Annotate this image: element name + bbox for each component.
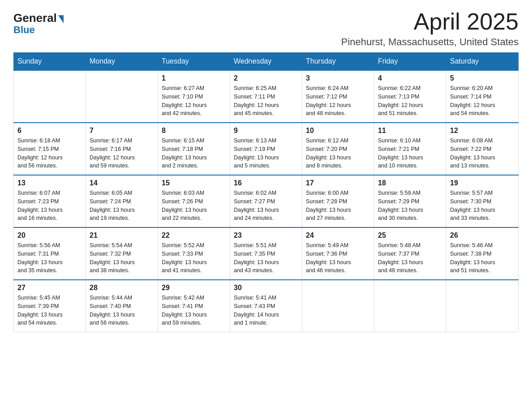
calendar-cell: 15Sunrise: 6:03 AMSunset: 7:26 PMDayligh… bbox=[158, 175, 230, 227]
day-number: 29 bbox=[162, 284, 226, 292]
day-number: 18 bbox=[378, 179, 442, 187]
day-info: Sunrise: 5:52 AMSunset: 7:33 PMDaylight:… bbox=[162, 241, 226, 275]
day-info: Sunrise: 6:15 AMSunset: 7:18 PMDaylight:… bbox=[162, 137, 226, 170]
day-info: Sunrise: 6:05 AMSunset: 7:24 PMDaylight:… bbox=[90, 189, 154, 223]
day-info: Sunrise: 5:45 AMSunset: 7:39 PMDaylight:… bbox=[17, 294, 82, 327]
day-info: Sunrise: 6:18 AMSunset: 7:15 PMDaylight:… bbox=[17, 137, 82, 170]
col-tuesday: Tuesday bbox=[158, 53, 230, 71]
day-info: Sunrise: 5:51 AMSunset: 7:35 PMDaylight:… bbox=[234, 241, 298, 275]
page-header: General Blue April 2025 Pinehurst, Massa… bbox=[13, 9, 519, 48]
calendar-cell: 14Sunrise: 6:05 AMSunset: 7:24 PMDayligh… bbox=[86, 175, 158, 227]
col-sunday: Sunday bbox=[14, 53, 86, 71]
day-info: Sunrise: 5:54 AMSunset: 7:32 PMDaylight:… bbox=[90, 241, 154, 275]
page-subtitle: Pinehurst, Massachusetts, United States bbox=[341, 36, 519, 48]
calendar-week-2: 6Sunrise: 6:18 AMSunset: 7:15 PMDaylight… bbox=[14, 123, 519, 175]
col-friday: Friday bbox=[374, 53, 446, 71]
calendar-cell: 27Sunrise: 5:45 AMSunset: 7:39 PMDayligh… bbox=[14, 280, 86, 332]
calendar-cell: 18Sunrise: 5:59 AMSunset: 7:29 PMDayligh… bbox=[374, 175, 446, 227]
calendar-cell: 1Sunrise: 6:27 AMSunset: 7:10 PMDaylight… bbox=[158, 70, 230, 123]
day-number: 30 bbox=[234, 284, 298, 292]
day-info: Sunrise: 6:17 AMSunset: 7:16 PMDaylight:… bbox=[90, 137, 154, 170]
day-info: Sunrise: 6:25 AMSunset: 7:11 PMDaylight:… bbox=[234, 84, 298, 118]
day-number: 2 bbox=[234, 74, 298, 82]
days-of-week-row: Sunday Monday Tuesday Wednesday Thursday… bbox=[14, 53, 519, 71]
calendar-cell: 3Sunrise: 6:24 AMSunset: 7:12 PMDaylight… bbox=[302, 70, 374, 123]
calendar-cell: 19Sunrise: 5:57 AMSunset: 7:30 PMDayligh… bbox=[446, 175, 519, 227]
calendar-cell: 16Sunrise: 6:02 AMSunset: 7:27 PMDayligh… bbox=[230, 175, 302, 227]
calendar-cell bbox=[14, 70, 86, 123]
calendar-cell: 2Sunrise: 6:25 AMSunset: 7:11 PMDaylight… bbox=[230, 70, 302, 123]
calendar-cell: 21Sunrise: 5:54 AMSunset: 7:32 PMDayligh… bbox=[86, 227, 158, 280]
calendar-cell: 17Sunrise: 6:00 AMSunset: 7:28 PMDayligh… bbox=[302, 175, 374, 227]
col-wednesday: Wednesday bbox=[230, 53, 302, 71]
day-number: 17 bbox=[306, 179, 370, 187]
logo-blue-label: Blue bbox=[13, 24, 35, 36]
calendar-week-3: 13Sunrise: 6:07 AMSunset: 7:23 PMDayligh… bbox=[14, 175, 519, 227]
calendar-cell: 23Sunrise: 5:51 AMSunset: 7:35 PMDayligh… bbox=[230, 227, 302, 280]
col-thursday: Thursday bbox=[302, 53, 374, 71]
day-number: 1 bbox=[162, 74, 226, 82]
day-info: Sunrise: 6:12 AMSunset: 7:20 PMDaylight:… bbox=[306, 137, 370, 170]
day-number: 10 bbox=[306, 127, 370, 135]
day-info: Sunrise: 6:10 AMSunset: 7:21 PMDaylight:… bbox=[378, 137, 442, 170]
day-info: Sunrise: 5:49 AMSunset: 7:36 PMDaylight:… bbox=[306, 241, 370, 275]
calendar-cell: 22Sunrise: 5:52 AMSunset: 7:33 PMDayligh… bbox=[158, 227, 230, 280]
day-number: 6 bbox=[17, 127, 82, 135]
calendar-cell: 12Sunrise: 6:08 AMSunset: 7:22 PMDayligh… bbox=[446, 123, 519, 175]
calendar-body: 1Sunrise: 6:27 AMSunset: 7:10 PMDaylight… bbox=[14, 70, 519, 332]
calendar-cell bbox=[86, 70, 158, 123]
day-number: 7 bbox=[90, 127, 154, 135]
calendar-cell: 30Sunrise: 5:41 AMSunset: 7:43 PMDayligh… bbox=[230, 280, 302, 332]
calendar-cell: 24Sunrise: 5:49 AMSunset: 7:36 PMDayligh… bbox=[302, 227, 374, 280]
calendar-cell: 29Sunrise: 5:42 AMSunset: 7:41 PMDayligh… bbox=[158, 280, 230, 332]
calendar-cell: 7Sunrise: 6:17 AMSunset: 7:16 PMDaylight… bbox=[86, 123, 158, 175]
day-number: 9 bbox=[234, 127, 298, 135]
day-number: 19 bbox=[450, 179, 515, 187]
calendar-week-4: 20Sunrise: 5:56 AMSunset: 7:31 PMDayligh… bbox=[14, 227, 519, 280]
day-number: 16 bbox=[234, 179, 298, 187]
day-info: Sunrise: 6:20 AMSunset: 7:14 PMDaylight:… bbox=[450, 84, 515, 118]
calendar-cell: 11Sunrise: 6:10 AMSunset: 7:21 PMDayligh… bbox=[374, 123, 446, 175]
day-number: 20 bbox=[17, 231, 82, 240]
day-number: 5 bbox=[450, 74, 515, 82]
calendar-cell bbox=[374, 280, 446, 332]
day-info: Sunrise: 6:08 AMSunset: 7:22 PMDaylight:… bbox=[450, 137, 515, 170]
day-number: 23 bbox=[234, 231, 298, 240]
day-number: 11 bbox=[378, 127, 442, 135]
col-monday: Monday bbox=[86, 53, 158, 71]
calendar-cell: 6Sunrise: 6:18 AMSunset: 7:15 PMDaylight… bbox=[14, 123, 86, 175]
calendar-cell: 5Sunrise: 6:20 AMSunset: 7:14 PMDaylight… bbox=[446, 70, 519, 123]
day-number: 14 bbox=[90, 179, 154, 187]
day-info: Sunrise: 5:41 AMSunset: 7:43 PMDaylight:… bbox=[234, 294, 298, 327]
day-info: Sunrise: 6:00 AMSunset: 7:28 PMDaylight:… bbox=[306, 189, 370, 223]
calendar-header: Sunday Monday Tuesday Wednesday Thursday… bbox=[14, 53, 519, 71]
logo-general-label: General bbox=[13, 11, 57, 25]
col-saturday: Saturday bbox=[446, 53, 519, 71]
day-number: 28 bbox=[90, 284, 154, 292]
calendar-cell bbox=[446, 280, 519, 332]
calendar-week-1: 1Sunrise: 6:27 AMSunset: 7:10 PMDaylight… bbox=[14, 70, 519, 123]
day-number: 12 bbox=[450, 127, 515, 135]
day-number: 13 bbox=[17, 179, 82, 187]
calendar-cell: 4Sunrise: 6:22 AMSunset: 7:13 PMDaylight… bbox=[374, 70, 446, 123]
page-title: April 2025 bbox=[341, 9, 519, 34]
day-number: 26 bbox=[450, 231, 515, 240]
logo-arrow-icon bbox=[58, 15, 64, 23]
day-number: 15 bbox=[162, 179, 226, 187]
day-number: 27 bbox=[17, 284, 82, 292]
calendar-cell: 13Sunrise: 6:07 AMSunset: 7:23 PMDayligh… bbox=[14, 175, 86, 227]
calendar-table: Sunday Monday Tuesday Wednesday Thursday… bbox=[13, 52, 519, 332]
calendar-cell bbox=[302, 280, 374, 332]
title-block: April 2025 Pinehurst, Massachusetts, Uni… bbox=[341, 9, 519, 48]
day-number: 25 bbox=[378, 231, 442, 240]
day-info: Sunrise: 5:44 AMSunset: 7:40 PMDaylight:… bbox=[90, 294, 154, 327]
day-number: 8 bbox=[162, 127, 226, 135]
day-info: Sunrise: 6:24 AMSunset: 7:12 PMDaylight:… bbox=[306, 84, 370, 118]
day-info: Sunrise: 6:02 AMSunset: 7:27 PMDaylight:… bbox=[234, 189, 298, 223]
calendar-week-5: 27Sunrise: 5:45 AMSunset: 7:39 PMDayligh… bbox=[14, 280, 519, 332]
calendar-cell: 9Sunrise: 6:13 AMSunset: 7:19 PMDaylight… bbox=[230, 123, 302, 175]
logo-general-text: General bbox=[13, 11, 64, 25]
calendar-cell: 20Sunrise: 5:56 AMSunset: 7:31 PMDayligh… bbox=[14, 227, 86, 280]
day-number: 3 bbox=[306, 74, 370, 82]
logo: General Blue bbox=[13, 9, 64, 36]
